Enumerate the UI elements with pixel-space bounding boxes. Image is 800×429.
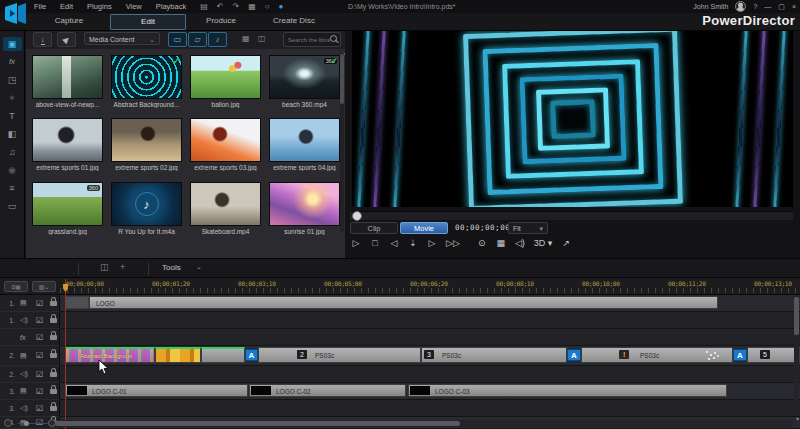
seek-marker-button[interactable]: ⇣ [408,238,418,248]
vscroll-thumb[interactable] [794,297,799,335]
track-enable-checkbox[interactable]: ☑ [36,351,43,360]
orange-clip[interactable] [155,347,201,363]
track-lock-icon[interactable] [50,406,57,411]
library-item[interactable]: sunrise 01.jpg [267,182,342,235]
volume-button[interactable]: ◁) [515,238,525,248]
movie-mode-button[interactable]: Movie [400,222,448,234]
hscroll-thumb[interactable] [55,421,460,426]
track-lane-3-video[interactable]: LOGO C-01LOGO C-02LOGO C-03 [60,383,800,400]
content-type-dropdown[interactable]: Media Content⌄ [84,32,160,45]
menu-plugins[interactable]: Plugins [87,2,112,11]
title-room[interactable]: T [3,109,22,123]
ski-thumbnail[interactable] [190,118,261,162]
title-clip[interactable]: LOGO C-03 [408,384,727,397]
snapshot-button[interactable]: ⊙ [477,238,487,248]
voiceover-room[interactable]: ◉ [3,163,22,177]
transition-clip[interactable]: A [245,349,258,361]
track-enable-checkbox[interactable]: ☑ [36,370,43,379]
clip-mode-button[interactable]: Clip [350,222,398,234]
grid-view-icon[interactable]: ▦ [242,34,250,43]
effect-room[interactable]: fx [3,55,22,69]
3d-button[interactable]: 3D ▾ [534,238,553,248]
library-item[interactable]: ♪R You Up for It.m4a [109,182,184,235]
grass-thumbnail[interactable]: 360 [32,182,103,226]
track-lane-fx-fx[interactable] [60,329,800,346]
gray-clip[interactable]: 2PS03c [258,347,421,363]
library-item[interactable]: above-view-of-newp... [30,55,105,108]
play-button[interactable]: ▷ [351,238,361,248]
sunrise-thumbnail[interactable] [269,182,340,226]
track-lock-icon[interactable] [50,301,57,306]
previous-frame-button[interactable]: ◁ [389,238,399,248]
menu-file[interactable]: File [34,2,46,11]
preview-video[interactable] [352,30,793,207]
directorzone-button[interactable]: ▶ [57,32,76,47]
split-clip-icon[interactable]: ◫ [100,262,109,272]
detach-window-button[interactable]: ↗ [561,238,571,248]
track-lock-icon[interactable] [50,318,57,323]
account-icon[interactable]: ● [279,0,284,13]
track-enable-checkbox[interactable]: ☑ [36,387,43,396]
gray-clip[interactable]: 5 [747,347,800,363]
add-track-icon[interactable]: + [120,262,125,272]
bmx-thumbnail[interactable] [32,118,103,162]
track-enable-checkbox[interactable]: ☑ [36,333,43,342]
gray-clip[interactable]: LOGO [89,296,718,309]
minimize-button[interactable]: — [764,3,771,11]
library-item[interactable]: ✓Abstract Background... [109,55,184,108]
video-filter-button[interactable]: ▭ [168,32,187,47]
track-lane-2-video[interactable]: Abstract BackgrounA2PS03c3PS03cA!PS03cA5 [60,346,800,366]
library-item[interactable]: Skateboard.mp4 [188,182,263,235]
shadow-file-icon[interactable]: ○ [265,0,270,13]
timeline-view-button[interactable]: ▥⌄ [32,281,56,292]
undo-icon[interactable]: ↶ [217,0,224,13]
pip-objects-room[interactable]: ◳ [3,73,22,87]
graygreen-clip[interactable] [201,347,245,363]
transition-clip[interactable]: A [733,349,747,361]
search-icon[interactable] [330,35,337,42]
user-name[interactable]: John Smith [693,3,728,10]
gray-clip[interactable]: 3PS03c [421,347,567,363]
help-button[interactable]: ? [753,3,757,11]
track-lock-icon[interactable] [50,335,57,340]
moto-thumbnail[interactable] [111,118,182,162]
screen-layout-icon[interactable]: ▦ [248,0,256,13]
track-enable-checkbox[interactable]: ☑ [36,404,43,413]
tab-produce[interactable]: Produce [192,14,250,28]
track-lock-icon[interactable] [50,353,57,358]
track-lane-1-audio[interactable] [60,312,800,329]
tab-create-disc[interactable]: Create Disc [262,14,326,28]
abstract-clip[interactable]: Abstract Backgroun [65,347,155,363]
fit-dropdown[interactable]: Fit▾ [508,222,548,234]
music-thumbnail[interactable]: ♪ [111,182,182,226]
library-menu-icon[interactable]: ◫ [258,34,266,43]
restore-button[interactable]: ▢ [778,3,785,11]
transition-room[interactable]: ◧ [3,127,22,141]
library-scrollbar[interactable] [340,52,344,232]
seek-knob[interactable] [352,211,362,221]
skydive-thumbnail[interactable] [269,118,340,162]
title-clip[interactable]: LOGO C-02 [249,384,406,397]
track-enable-checkbox[interactable]: ☑ [36,299,43,308]
library-item[interactable]: 360✓beach 360.mp4 [267,55,342,108]
gray-clip[interactable]: !PS03c [581,347,733,363]
library-item[interactable]: extreme sports 04.jpg [267,118,342,171]
aerial-thumbnail[interactable] [32,55,103,99]
zoom-out-button[interactable] [4,419,12,427]
import-media-button[interactable]: ↓ [33,32,52,47]
subtitle-room[interactable]: ▭ [3,199,22,213]
track-enable-checkbox[interactable]: ☑ [36,316,43,325]
horizontal-scrollbar[interactable] [55,420,793,427]
save-icon[interactable]: ▤ [200,0,208,13]
chapter-room[interactable]: ≡ [3,181,22,195]
title-clip[interactable]: LOGO C-01 [65,384,248,397]
next-frame-button[interactable]: ▷ [427,238,437,248]
search-input[interactable] [286,33,332,46]
preview-quality-button[interactable]: ▦ [496,238,506,248]
dark-clip[interactable] [65,296,89,309]
user-avatar[interactable] [735,1,746,12]
track-lock-icon[interactable] [50,372,57,377]
skate-thumbnail[interactable] [190,182,261,226]
tools-chevron-icon[interactable]: ⌄ [196,263,202,271]
photo-filter-button[interactable]: ▱ [188,32,207,47]
